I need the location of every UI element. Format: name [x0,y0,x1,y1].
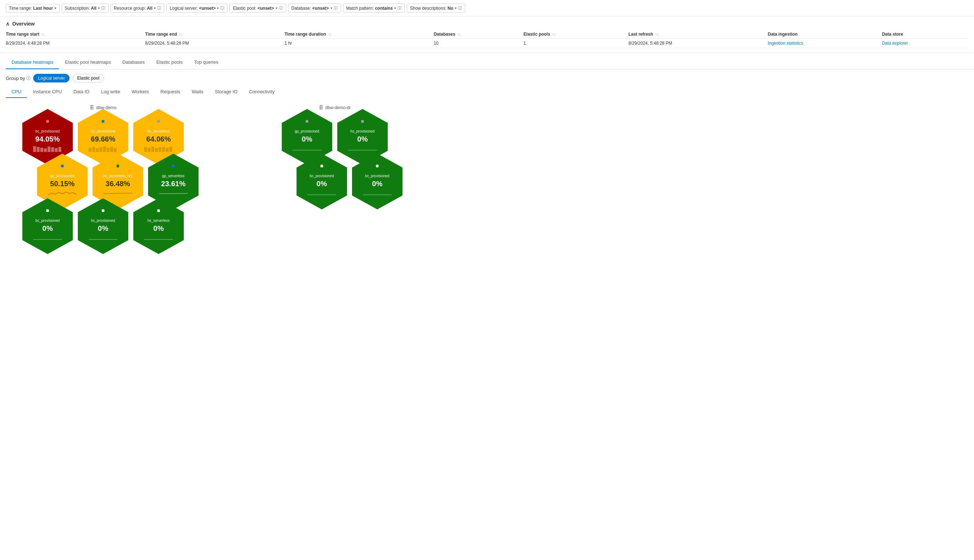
tab-top-queries[interactable]: Top queries [189,56,224,69]
col-elastic-pools[interactable]: Elastic pools ↑↓ [524,30,628,38]
elastic-pool-filter[interactable]: Elastic pool: <unset> ▾ ⓘ [229,3,286,13]
cell-last-refresh: 8/29/2024, 5:48:28 PM [628,38,768,48]
tab-elastic-pool-heatmaps[interactable]: Elastic pool heatmaps [59,56,116,69]
col-databases[interactable]: Databases ↑↓ [434,30,524,38]
sort-icon: ↑↓ [457,32,461,37]
svg-rect-19 [155,148,158,152]
svg-rect-18 [151,147,154,152]
database-filter[interactable]: Database: <unset> ▾ ⓘ [288,3,341,13]
hex-name: bc_provisioned [365,174,389,178]
match-pattern-filter[interactable]: Match pattern: contains ▾ ⓘ [343,3,405,13]
heatmap-group-dbw-demo: 🗄 dbw-demo bc_provisioned 94.05% [6,105,200,248]
metric-tab-data-io[interactable]: Data IO [68,86,95,98]
sparkline [144,234,173,241]
metric-tab-log-write[interactable]: Log write [95,86,126,98]
hex-name: bc_provisioned [309,174,334,178]
metric-tab-storage-io[interactable]: Storage IO [209,86,243,98]
hex-name: hs_serverless [147,129,170,133]
info-icon: ⓘ [458,5,462,11]
svg-rect-22 [166,148,169,152]
metric-tab-requests[interactable]: Requests [155,86,186,98]
hex-dot [46,120,49,123]
hex-dot [157,209,160,212]
group-by-logical-server[interactable]: Logical server [33,74,70,82]
svg-rect-21 [162,147,165,152]
sparkline [307,190,336,197]
col-time-end[interactable]: Time range end ↑↓ [145,30,285,38]
info-icon: ⓘ [101,5,105,11]
metric-tab-connectivity[interactable]: Connectivity [243,86,280,98]
svg-rect-7 [58,147,61,152]
sparkline [292,145,321,152]
info-icon: ⓘ [398,5,401,11]
resource-group-filter[interactable]: Resource group: All ▾ ⓘ [110,3,164,13]
table-row: 8/29/2024, 4:48:28 PM 8/29/2024, 5:48:28… [6,38,968,48]
sparkline [89,145,117,152]
svg-rect-10 [96,148,99,152]
hex-cell: bc_provisioned 0% [20,197,75,255]
col-time-start[interactable]: Time range start ↑↓ [6,30,145,38]
logical-server-filter[interactable]: Logical server: <unset> ▾ ⓘ [167,3,227,13]
hex-dot [46,209,49,212]
hexagon-hs-provisioned-green[interactable]: hs_provisioned 0% [78,198,128,254]
hex-value: 0% [358,135,368,143]
svg-rect-23 [169,147,172,152]
sort-icon: ↑↓ [328,32,331,37]
metric-tab-instance-cpu[interactable]: Instance CPU [27,86,67,98]
metric-tabs: CPU Instance CPU Data IO Log write Worke… [0,82,974,98]
info-icon: ⓘ [279,5,283,11]
metric-tab-workers[interactable]: Workers [126,86,155,98]
hex-dot [320,165,323,167]
hex-value: 94.05% [35,135,60,143]
sparkline [104,190,132,197]
filter-label: Match pattern: contains [346,6,393,11]
col-data-ingestion: Data ingestion [768,30,882,38]
metric-tab-waits[interactable]: Waits [186,86,209,98]
time-range-filter[interactable]: Time range: Last hour ▾ [6,4,60,13]
svg-rect-2 [40,148,43,152]
show-descriptions-filter[interactable]: Show descriptions: No ▾ ⓘ [407,3,465,13]
svg-rect-6 [55,148,58,152]
hex-dot [157,120,160,123]
hexagon-bc-provisioned-green[interactable]: bc_provisioned 0% [22,198,73,254]
group-by-label: Group by ⓘ [6,76,30,81]
col-last-refresh[interactable]: Last refresh ↑↓ [628,30,768,38]
svg-rect-4 [48,147,50,152]
metric-tab-cpu[interactable]: CPU [6,86,27,98]
hex-cell: hs_serverless 0% [132,197,185,255]
chevron-down-icon: ▾ [331,6,332,10]
tab-elastic-pools[interactable]: Elastic pools [150,56,189,69]
hex-name: bc_provisioned [35,218,60,223]
hex-value: 36.48% [105,180,130,188]
svg-rect-14 [110,147,113,152]
hex-name: hs_provisioned [91,129,115,133]
hex-value: 50.15% [50,180,75,188]
hex-value: 0% [302,135,312,143]
sparkline [159,190,188,197]
hex-grid: gp_provisioned 0% hs_provisioned [265,115,404,204]
hex-value: 0% [317,180,327,188]
hexagon-hs-serverless-green[interactable]: hs_serverless 0% [133,198,184,254]
hex-name: hs_serverless_nr1 [103,174,133,178]
hex-dot [102,209,105,212]
hexagon-bc-provisioned-dr-2[interactable]: bc_provisioned 0% [352,154,403,210]
group-by-elastic-pool[interactable]: Elastic pool [72,74,104,82]
col-duration[interactable]: Time range duration ↑↓ [285,30,434,38]
svg-rect-5 [51,147,54,152]
sparkline [363,190,392,197]
subscription-filter[interactable]: Subscription: All ▾ ⓘ [62,3,109,13]
cell-data-ingestion: Ingestion statistics [768,38,882,48]
hex-name: gp_provisioned [295,129,319,133]
tab-databases[interactable]: Databases [117,56,150,69]
chevron-down-icon: ▾ [394,6,396,10]
tab-database-heatmaps[interactable]: Database heatmaps [6,56,59,69]
svg-rect-15 [114,148,117,152]
data-explorer-link[interactable]: Data explorer [882,41,908,46]
ingestion-statistics-link[interactable]: Ingestion statistics [768,41,803,46]
sparkline [144,145,173,152]
overview-header[interactable]: ∧ Overview [6,21,968,27]
hexagon-bc-provisioned-dr-1[interactable]: bc_provisioned 0% [297,154,347,210]
svg-rect-16 [144,147,147,152]
chevron-down-icon: ▾ [54,6,56,10]
svg-rect-9 [92,147,95,152]
